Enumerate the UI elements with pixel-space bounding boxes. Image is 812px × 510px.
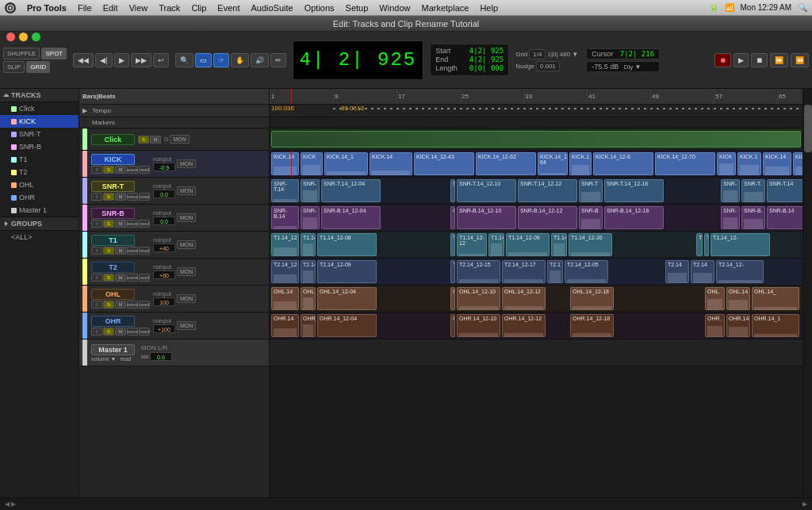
mon-button-ohl[interactable]: MON xyxy=(177,294,196,303)
track-name-button-master[interactable]: Master 1 xyxy=(91,344,135,355)
solo-button-t2[interactable]: S xyxy=(103,274,114,282)
clip-t2-9[interactable]: T2.14 xyxy=(665,260,689,283)
clip-ohl-7[interactable]: OHL.14_12-18 xyxy=(570,287,614,310)
input-button-t2[interactable]: I xyxy=(91,274,102,282)
clip-t1-11[interactable]: T xyxy=(704,233,709,256)
clip-snrt-8[interactable]: SNR-T.14_12-18 xyxy=(604,179,664,202)
clip-ohr-3[interactable]: OHR.14_12-04 xyxy=(317,314,377,337)
wave-button-kick[interactable]: wave xyxy=(127,166,138,174)
wave-button-snrt[interactable]: wave xyxy=(127,193,138,201)
clip-ohr-8[interactable]: OHR. xyxy=(705,314,725,337)
track-name-button-ohl[interactable]: OHL xyxy=(91,289,135,300)
menu-edit[interactable]: Edit xyxy=(103,3,118,13)
clip-t1-7[interactable]: T1.14_12-09 xyxy=(506,233,550,256)
clip-kick-2[interactable]: KICK xyxy=(301,152,323,175)
menu-view[interactable]: View xyxy=(129,3,148,13)
read-button-snrb[interactable]: read xyxy=(139,220,150,228)
pencil-tool-button[interactable]: ✏ xyxy=(270,53,286,67)
menu-audiosuite[interactable]: AudioSuite xyxy=(251,3,293,13)
clip-ohl-8[interactable]: OHL. xyxy=(705,287,725,310)
clip-t1-3[interactable]: T1.14_12-08 xyxy=(317,233,377,256)
clip-kick-12[interactable]: KICK.1 xyxy=(737,152,761,175)
nudge-value[interactable]: 0.001 xyxy=(536,61,560,71)
clip-snrb-2[interactable]: SNR- xyxy=(301,206,320,229)
solo-button-click[interactable]: S xyxy=(138,136,149,144)
clip-snrb-10[interactable]: SNR-B. xyxy=(741,206,765,229)
solo-button-ohr[interactable]: S xyxy=(103,328,114,336)
track-list-item-t1[interactable]: T1 xyxy=(0,153,79,166)
read-button-ohr[interactable]: read xyxy=(139,328,150,336)
track-name-button-t2[interactable]: T2 xyxy=(91,262,135,273)
clip-kick-8[interactable]: KICK.1 xyxy=(569,152,592,175)
clip-kick-10[interactable]: KICK.14_12-70 xyxy=(655,152,715,175)
clip-kick-9[interactable]: KICK.14_12-6 xyxy=(593,152,653,175)
clip-ohl-3[interactable]: OHL.14_12-04 xyxy=(317,287,377,310)
clip-t1-4[interactable]: T xyxy=(450,233,455,256)
menu-window[interactable]: Window xyxy=(379,3,410,13)
vertical-scrollbar[interactable] xyxy=(802,89,812,497)
mute-button-click[interactable]: M xyxy=(150,136,161,144)
mute-button-ohl[interactable]: M xyxy=(115,301,126,309)
clip-kick-7[interactable]: KICK.14_12-64 xyxy=(538,152,568,175)
track-name-button-kick[interactable]: KICK xyxy=(91,154,135,165)
clip-t2-11[interactable]: T2.14_12- xyxy=(716,260,764,283)
status-prev[interactable]: ◀ ▶ xyxy=(5,500,16,508)
rewind-button[interactable]: ◀◀ xyxy=(73,53,94,67)
mute-button-t2[interactable]: M xyxy=(115,274,126,282)
grid-mode-button[interactable]: GRID xyxy=(26,61,50,73)
input-button-ohr[interactable]: I xyxy=(91,328,102,336)
clip-t2-2[interactable]: T2.14 xyxy=(301,260,316,283)
master-read-button[interactable]: read xyxy=(120,356,131,362)
track-list-item-kick[interactable]: KICK xyxy=(0,115,79,128)
track-name-button-ohr[interactable]: OHR xyxy=(91,316,135,327)
clip-kick-4[interactable]: KICK.14 xyxy=(370,152,412,175)
clip-kick-1[interactable]: KICK.14 xyxy=(271,152,299,175)
mon-button-t1[interactable]: MON xyxy=(177,240,196,249)
clip-snrt-2[interactable]: SNR- xyxy=(301,179,320,202)
clip-ohl-4[interactable]: C xyxy=(450,287,455,310)
clip-t1-10[interactable]: T xyxy=(696,233,703,256)
wave-button-t2[interactable]: wave xyxy=(127,274,138,282)
solo-button-snrt[interactable]: S xyxy=(103,193,114,201)
mute-button-snrb[interactable]: M xyxy=(115,220,126,228)
solo-button-snrb[interactable]: S xyxy=(103,220,114,228)
wave-button-snrb[interactable]: wave xyxy=(127,220,138,228)
track-list-item-snrb[interactable]: SNR-B xyxy=(0,140,79,153)
read-button-ohl[interactable]: read xyxy=(139,301,150,309)
clip-snrb-3[interactable]: SNR-B.14_12-04 xyxy=(321,206,381,229)
wave-button-ohr[interactable]: wave xyxy=(127,328,138,336)
stop-button[interactable]: ⏹ xyxy=(751,53,768,67)
clip-t2-1[interactable]: T2.14_12 xyxy=(271,260,299,283)
clip-snrb-4[interactable]: C xyxy=(450,206,455,229)
solo-button-ohl[interactable]: S xyxy=(103,301,114,309)
clip-snrb-8[interactable]: SNR-B.14_12-18 xyxy=(604,206,664,229)
track-list-item-ohr[interactable]: OHR xyxy=(0,191,79,204)
clip-ohl-9[interactable]: OHL.14 xyxy=(726,287,750,310)
wave-button-t1[interactable]: wave xyxy=(127,247,138,255)
track-list-item-snrt[interactable]: SNR-T xyxy=(0,128,79,140)
clip-t2-4[interactable]: T xyxy=(450,260,455,283)
zoom-tool-button[interactable]: 🔍 xyxy=(175,53,193,67)
input-button-snrt[interactable]: I xyxy=(91,193,102,201)
clip-t2-8[interactable]: T2.14_12-05 xyxy=(565,260,608,283)
clip-ohr-5[interactable]: OHR.14_12-10 xyxy=(457,314,500,337)
slip-mode-button[interactable]: SLIP xyxy=(3,61,25,73)
clip-snrt-9[interactable]: SNR- xyxy=(721,179,740,202)
groups-toggle[interactable] xyxy=(5,221,8,226)
track-list-item-t2[interactable]: T2 xyxy=(0,166,79,178)
clip-ohr-2[interactable]: OHR. xyxy=(301,314,316,337)
minimize-button[interactable] xyxy=(19,33,28,41)
tracks-toggle[interactable] xyxy=(3,94,10,97)
track-list-item-ohl[interactable]: OHL xyxy=(0,178,79,191)
close-button[interactable] xyxy=(6,33,15,41)
track-name-button-t1[interactable]: T1 xyxy=(91,235,135,246)
hand-tool-button[interactable]: ✋ xyxy=(231,53,249,67)
clip-ohr-7[interactable]: OHR.14_12-18 xyxy=(570,314,614,337)
menu-event[interactable]: Event xyxy=(217,3,239,13)
input-button-kick[interactable]: I xyxy=(91,166,102,174)
clip-t2-3[interactable]: T2.14_12-09 xyxy=(317,260,377,283)
mute-button-t1[interactable]: M xyxy=(115,247,126,255)
input-button-t1[interactable]: I xyxy=(91,247,102,255)
clip-ohr-4[interactable]: C xyxy=(450,314,455,337)
track-list-item-master[interactable]: Master 1 xyxy=(0,204,79,217)
